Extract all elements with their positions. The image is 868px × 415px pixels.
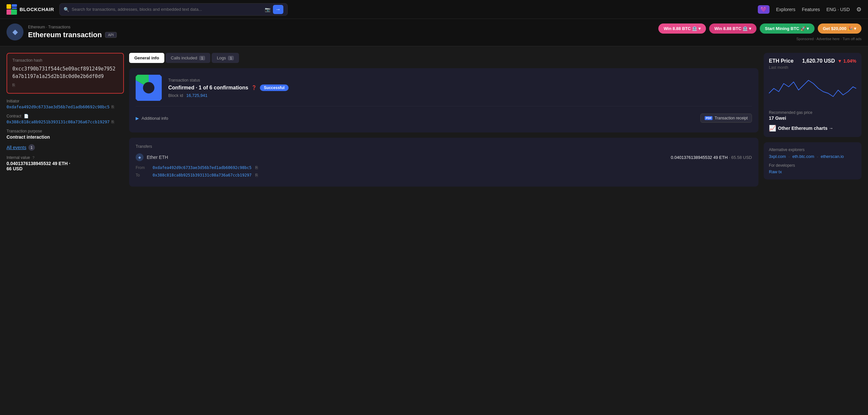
copy-from-icon[interactable]: ⎘	[255, 165, 258, 170]
search-bar[interactable]: 🔍 📷 →	[59, 3, 288, 16]
internal-value-label: Internal value ?	[6, 155, 124, 160]
alt-link-3xpl[interactable]: 3xpl.com	[769, 154, 786, 159]
contract-icon: 📄	[24, 114, 29, 118]
copy-initiator-icon[interactable]: ⎘	[112, 105, 114, 109]
price-change: ▼ 1.04%	[838, 58, 856, 64]
contract-label: Contract 📄	[6, 114, 124, 118]
tx-hash-value: 0xcc3f90b731f544c5e09acf891249e79526a7b1…	[12, 65, 118, 88]
tabs-row: General info Calls included 1 Logs 1	[129, 53, 758, 63]
other-charts-label: Other Ethereum charts →	[778, 126, 833, 131]
page-title-row: Ethereum transaction API	[28, 31, 117, 39]
alt-link-ethbtc[interactable]: eth.btc.com	[792, 154, 814, 159]
ether-amount: 0.0401376138945532 49 ETH	[671, 155, 727, 160]
nav-features[interactable]: Features	[802, 7, 820, 12]
block-id-row: Block id 16,725,941	[168, 93, 288, 98]
initiator-value-row: 0xdafea492d9c6733ae3d56b7ed1adb60692c98b…	[6, 105, 124, 109]
wallet-promo-button[interactable]: 💜	[758, 5, 770, 14]
breadcrumb: Ethereum · Transactions	[28, 25, 117, 29]
chart-emoji-icon: 📈	[769, 125, 776, 132]
transfers-label: Transfers	[136, 144, 752, 149]
from-addr[interactable]: 0xdafea492d9c6733ae3d56b7ed1adb60692c98b…	[153, 166, 251, 170]
contract-addr[interactable]: 0x388c818ca8b9251b393131c08a736a67ccb192…	[6, 119, 110, 124]
tx-purpose-row: Transaction purpose Contract interaction	[6, 129, 124, 140]
search-input[interactable]	[72, 7, 262, 12]
promo-btn-2[interactable]: Win 8.88 BTC 🏦 ▾	[709, 24, 756, 34]
camera-icon: 📷	[265, 7, 270, 12]
copy-hash-icon[interactable]: ⎘	[12, 82, 15, 88]
price-chart	[769, 74, 856, 106]
internal-value-label-text: Internal value	[6, 155, 30, 160]
block-id-label: Block id	[168, 93, 183, 98]
promo-btn-4[interactable]: Get $20,000 🎉 ▾	[818, 24, 862, 34]
tx-confirmed-text: Confirmed · 1 of 6 confirmations	[168, 85, 248, 91]
copy-contract-icon[interactable]: ⎘	[112, 119, 114, 124]
promo-row: Win 8.88 BTC 🏦 ▾ Win 8.88 BTC 🏦 ▾ Start …	[658, 24, 862, 34]
additional-info-row[interactable]: ▶ Additional info PDF Transaction receip…	[136, 110, 752, 126]
all-events-link[interactable]: All events	[6, 145, 26, 150]
ether-usd: · 65.58 USD	[729, 155, 752, 160]
alt-links: 3xpl.com · eth.btc.com · etherscan.io	[769, 154, 856, 159]
logo-icon	[6, 4, 17, 15]
dot-sep-2: ·	[817, 154, 818, 159]
right-panel: ETH Price 1,620.70 USD ▼ 1.04% Last mont…	[764, 53, 862, 187]
additional-info-left: ▶ Additional info	[136, 116, 168, 121]
logo-text: BLOCKCHAIR	[20, 6, 54, 12]
block-id-link[interactable]: 16,725,941	[186, 93, 207, 98]
contract-label-text: Contract	[6, 114, 21, 118]
additional-info-label: Additional info	[142, 116, 168, 121]
settings-icon[interactable]: ⚙	[856, 6, 862, 13]
all-events-value-row: All events 1	[6, 144, 124, 151]
tab-logs-label: Logs	[217, 56, 226, 60]
page-title: Ethereum transaction	[28, 31, 102, 39]
alt-explorers-label: Alternative explorers	[769, 147, 856, 152]
svg-rect-0	[6, 4, 11, 9]
tab-logs-badge: 1	[228, 56, 234, 60]
tab-logs[interactable]: Logs 1	[212, 53, 239, 63]
api-badge[interactable]: API	[105, 32, 117, 38]
raw-tx-link[interactable]: Raw tx	[769, 169, 782, 174]
other-charts-row[interactable]: 📈 Other Ethereum charts →	[769, 125, 856, 132]
tx-status-info: Transaction status Confirmed · 1 of 6 co…	[168, 78, 288, 98]
internal-value-2: 66 USD	[6, 166, 124, 171]
price-header: ETH Price 1,620.70 USD ▼ 1.04%	[769, 58, 856, 64]
ether-transfer-row: ◆ Ether ETH 0.0401376138945532 49 ETH · …	[136, 153, 752, 161]
price-subtitle: Last month	[769, 65, 856, 70]
tab-calls-included[interactable]: Calls included 1	[166, 53, 210, 63]
gas-value: 17 Gwei	[769, 116, 856, 121]
pdf-icon: PDF	[705, 116, 712, 120]
contract-value-row: 0x388c818ca8b9251b393131c08a736a67ccb192…	[6, 119, 124, 124]
transfers-card: Transfers ◆ Ether ETH 0.0401376138945532…	[129, 138, 758, 187]
promo-btn-1[interactable]: Win 8.88 BTC 🏦 ▾	[658, 24, 706, 34]
chart-area	[769, 74, 856, 106]
tx-purpose-value: Contract interaction	[6, 135, 124, 140]
header: BLOCKCHAIR 🔍 📷 → 💜 Explorers Features EN…	[0, 0, 868, 19]
tab-calls-badge: 1	[199, 56, 205, 60]
nav-lang-currency[interactable]: ENG · USD	[826, 7, 850, 12]
contract-row: Contract 📄 0x388c818ca8b9251b393131c08a7…	[6, 114, 124, 124]
search-submit-button[interactable]: →	[273, 5, 283, 14]
initiator-addr[interactable]: 0xdafea492d9c6733ae3d56b7ed1adb60692c98b…	[6, 105, 110, 109]
svg-rect-4	[6, 9, 11, 15]
svg-rect-1	[12, 4, 17, 7]
price-value-row: 1,620.70 USD ▼ 1.04%	[802, 58, 856, 64]
promo-buttons: Win 8.88 BTC 🏦 ▾ Win 8.88 BTC 🏦 ▾ Start …	[658, 24, 862, 41]
confirmations-help-icon: ❓	[251, 85, 257, 90]
tab-general-info-label: General info	[134, 56, 159, 60]
price-title: ETH Price	[769, 58, 794, 64]
internal-value-row: Internal value ? 0.0401376138945532 49 E…	[6, 155, 124, 171]
pie-chart	[136, 75, 162, 101]
nav-explorers[interactable]: Explorers	[776, 7, 795, 12]
tab-general-info[interactable]: General info	[129, 53, 164, 63]
initiator-row: Initiator 0xdafea492d9c6733ae3d56b7ed1ad…	[6, 99, 124, 109]
svg-rect-2	[12, 7, 17, 9]
promo-btn-3[interactable]: Start Mining BTC 🚀 ▾	[760, 24, 814, 34]
dev-section: For developers Raw tx	[769, 163, 856, 174]
tx-confirmed-row: Confirmed · 1 of 6 confirmations ❓ Succe…	[168, 85, 288, 91]
all-events-badge: 1	[28, 144, 35, 151]
copy-to-icon[interactable]: ⎘	[255, 173, 258, 177]
from-to-section: From 0xdafea492d9c6733ae3d56b7ed1adb6069…	[136, 165, 752, 177]
to-addr[interactable]: 0x388c818ca8b9251b393131c08a736a67ccb192…	[153, 173, 251, 177]
logo-area: BLOCKCHAIR	[6, 4, 54, 15]
tx-receipt-button[interactable]: PDF Transaction receipt	[701, 114, 752, 123]
alt-link-etherscan[interactable]: etherscan.io	[821, 154, 844, 159]
